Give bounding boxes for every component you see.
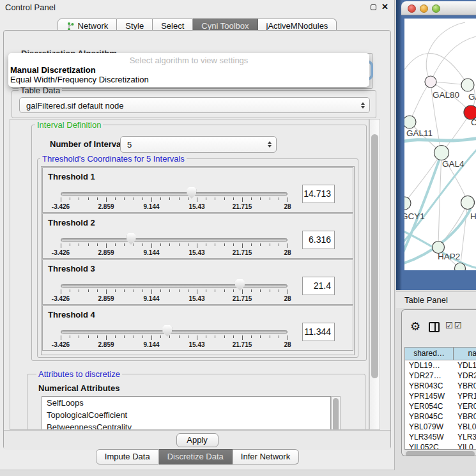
table-row[interactable]: YDR27…YDR2	[405, 371, 476, 381]
table-data-combobox[interactable]: galFiltered.sif default node	[19, 97, 370, 113]
table-cell[interactable]: YPR1	[454, 391, 476, 401]
table-row[interactable]: YPR145WYPR1	[405, 391, 476, 401]
table-cell[interactable]: YDR2	[454, 371, 476, 381]
table-row[interactable]: YBR045CYBR0	[405, 411, 476, 422]
attributes-scrollbar[interactable]	[331, 396, 341, 430]
tab-label: Infer Network	[241, 450, 290, 464]
slider-tick-scale: -3.4262.8599.14415.4321.71528	[61, 289, 288, 303]
close-panel-icon[interactable]: ✕	[381, 2, 388, 12]
table-cell[interactable]: YER054C	[405, 401, 454, 411]
combo-value: 5	[127, 140, 132, 150]
group-title: Threshold's Coordinates for 5 Intervals	[40, 154, 187, 164]
network-node[interactable]	[455, 263, 466, 271]
table-row[interactable]: YLR345WYLR3	[405, 432, 476, 442]
scale-tick-label: 9.144	[143, 295, 159, 302]
scale-tick-label: 15.43	[188, 203, 204, 210]
scale-tick-label: 28	[284, 249, 291, 256]
threshold-slider-track[interactable]	[61, 284, 288, 288]
table-cell[interactable]: YDL1	[454, 360, 476, 371]
threshold-value-field[interactable]: 6.316	[302, 231, 335, 249]
popup-option-equal-width-frequency[interactable]: Equal Width/Frequency Discretization	[10, 75, 149, 84]
table-row[interactable]: YBL079WYBL0	[405, 422, 476, 432]
scale-tick-label: 28	[284, 295, 291, 302]
threshold-slider-track[interactable]	[61, 192, 288, 196]
scale-tick-label: 9.144	[143, 249, 159, 256]
threshold-value-field[interactable]: 14.713	[302, 185, 335, 203]
table-cell[interactable]: YDR27…	[405, 371, 454, 381]
column-header-shared-name[interactable]: shared…	[405, 348, 454, 360]
attributes-listbox: SelfLoopsTopologicalCoefficientBetweenne…	[42, 396, 331, 430]
network-node[interactable]	[425, 76, 436, 88]
table-cell[interactable]: YLR3	[454, 432, 476, 442]
apply-button[interactable]: Apply	[176, 433, 219, 447]
scrollbar-thumb[interactable]	[371, 134, 378, 378]
group-title: Table Data	[19, 86, 62, 95]
table-row[interactable]: YBR043CYBR0	[405, 381, 476, 391]
table-cell[interactable]: YPR145W	[405, 391, 454, 401]
tab-impute-data[interactable]: Impute Data	[96, 449, 159, 464]
table-cell[interactable]: YBR0	[454, 411, 476, 422]
tab-infer-network[interactable]: Infer Network	[233, 449, 299, 464]
attribute-list-item[interactable]: TopologicalCoefficient	[42, 409, 330, 421]
column-header-name[interactable]: name	[454, 348, 476, 360]
node-attribute-table[interactable]: shared… name YDL19…YDL1YDR27…YDR2YBR043C…	[404, 347, 476, 450]
control-panel-titlebar: Control Panel ✕	[0, 0, 394, 15]
popup-option-manual-discretization[interactable]: Manual Discretization	[10, 65, 96, 75]
table-header: shared… name	[405, 348, 476, 360]
gear-icon[interactable]: ⚙	[410, 319, 420, 334]
table-cell[interactable]: YER0	[454, 401, 476, 411]
scrollbar-thumb[interactable]	[406, 451, 475, 457]
split-columns-icon[interactable]	[429, 322, 440, 332]
main-scrollbar[interactable]	[369, 119, 380, 430]
tab-discretize-data[interactable]: Discretize Data	[159, 449, 233, 464]
table-cell[interactable]: YBR043C	[405, 381, 454, 391]
popup-placeholder: Select algorithm to view settings	[8, 56, 369, 65]
table-cell[interactable]: YBR0	[454, 381, 476, 391]
attribute-list-item[interactable]: SelfLoops	[42, 397, 330, 409]
float-panel-icon[interactable]	[371, 4, 376, 10]
threshold-slider-track[interactable]	[61, 330, 288, 334]
threshold-value-field[interactable]: 21.4	[302, 277, 335, 295]
table-row[interactable]: YER054CYER0	[405, 401, 476, 411]
slider-tick-scale: -3.4262.8599.14415.4321.71528	[61, 243, 288, 257]
scrollbar-thumb[interactable]	[333, 398, 339, 430]
table-cell[interactable]: YBL079W	[405, 422, 454, 432]
network-window-titlebar[interactable]	[401, 1, 476, 15]
slider-tick-scale: -3.4262.8599.14415.4321.71528	[61, 335, 288, 349]
zoom-window-icon[interactable]	[432, 4, 440, 13]
threshold-slider-track[interactable]	[61, 238, 288, 242]
network-node[interactable]	[461, 196, 475, 210]
table-cell[interactable]: YBL0	[454, 422, 476, 432]
network-canvas[interactable]: GAL80GACGAL11GAL4GCY1HHAP2	[404, 19, 476, 270]
cyni-panel-body: Discretization Algorithm Table Data galF…	[3, 30, 391, 449]
table-cell[interactable]: YLR345W	[405, 432, 454, 442]
network-node[interactable]	[404, 116, 416, 128]
scale-tick-label: 21.715	[233, 295, 252, 302]
network-node[interactable]	[461, 79, 474, 91]
minimize-window-icon[interactable]	[420, 4, 428, 13]
number-of-intervals-combobox[interactable]: 5	[120, 136, 277, 153]
table-row[interactable]: YIL052CYIL0	[405, 442, 476, 450]
table-cell[interactable]: YIL052C	[405, 442, 454, 450]
apply-row: Apply	[4, 430, 390, 450]
table-cell[interactable]: YIL0	[454, 442, 476, 450]
network-nodes[interactable]	[404, 76, 476, 270]
table-horizontal-scrollbar[interactable]	[404, 450, 476, 456]
attribute-list-item[interactable]: BetweennessCentrality	[42, 421, 330, 430]
select-columns-icons[interactable]: ☑☑	[445, 321, 463, 330]
network-node[interactable]	[434, 146, 449, 160]
network-view-window: GAL80GACGAL11GAL4GCY1HHAP2	[396, 0, 476, 290]
scale-tick-label: 15.43	[188, 249, 204, 256]
table-cell[interactable]: YDL19…	[405, 360, 454, 371]
network-node[interactable]	[404, 197, 411, 210]
thresholds-group: Threshold's Coordinates for 5 Intervals …	[37, 158, 358, 358]
control-panel: Control Panel ✕ Network Style Select Cyn…	[0, 0, 395, 470]
table-cell[interactable]: YBR045C	[405, 411, 454, 422]
node-label: H	[470, 211, 476, 221]
scale-tick-label: 21.715	[233, 203, 252, 210]
threshold-value-field[interactable]: 11.344	[302, 323, 335, 341]
number-of-intervals-label: Number of Intervals	[50, 139, 128, 149]
close-window-icon[interactable]	[408, 4, 416, 13]
threshold-label: Threshold 4	[48, 310, 95, 319]
table-row[interactable]: YDL19…YDL1	[405, 360, 476, 371]
